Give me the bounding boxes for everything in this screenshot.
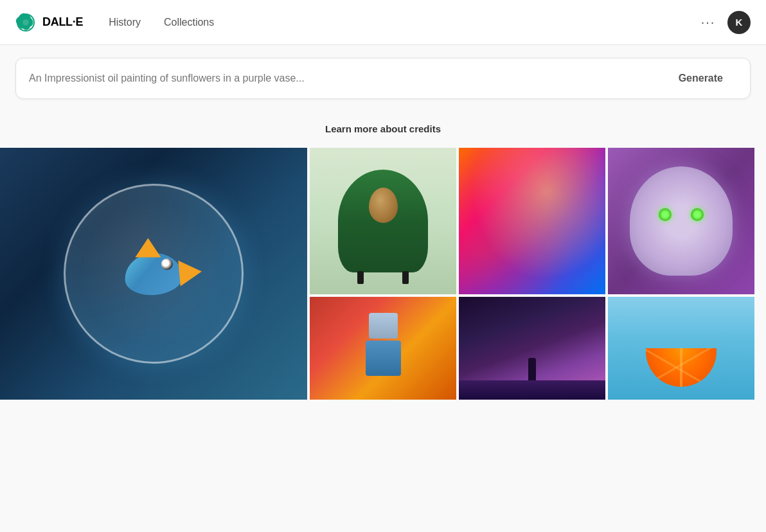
search-area: Generate bbox=[0, 45, 766, 105]
silhouette-ground bbox=[459, 380, 605, 400]
gallery-item-basketball[interactable] bbox=[459, 148, 605, 294]
avatar[interactable]: K bbox=[727, 11, 751, 34]
gallery-item-silhouette[interactable] bbox=[459, 297, 605, 400]
fish-bowl bbox=[64, 184, 244, 364]
robot-head bbox=[369, 313, 398, 339]
header-actions: ··· K bbox=[697, 11, 751, 34]
credits-link[interactable]: Learn more about credits bbox=[325, 123, 441, 134]
orange-image bbox=[608, 297, 754, 400]
creature-eye-right bbox=[691, 208, 704, 221]
robot-figure bbox=[357, 313, 409, 384]
fish-fin-right bbox=[178, 258, 202, 286]
silhouette-figure bbox=[528, 358, 536, 380]
fluffy-creature-image bbox=[608, 148, 754, 294]
gallery-item-orange[interactable] bbox=[608, 297, 754, 400]
basketball-image bbox=[459, 148, 605, 294]
chair-shape bbox=[338, 170, 428, 272]
main-nav: History Collections bbox=[98, 12, 697, 33]
prompt-input[interactable] bbox=[29, 73, 664, 84]
gallery-item-robot[interactable] bbox=[310, 297, 456, 400]
fish-eye bbox=[161, 258, 174, 270]
logo[interactable]: DALL·E bbox=[15, 12, 83, 33]
search-box: Generate bbox=[15, 58, 751, 99]
creature-eyes bbox=[659, 208, 704, 221]
fish-image bbox=[0, 148, 307, 400]
chair-legs bbox=[357, 271, 409, 284]
robot-image bbox=[310, 297, 456, 400]
avocado-chair-image bbox=[310, 148, 456, 294]
gallery-item-fluffy-creature[interactable] bbox=[608, 148, 754, 294]
gallery-grid bbox=[0, 148, 766, 402]
orange-segments bbox=[646, 348, 717, 387]
creature-body bbox=[630, 166, 733, 276]
chair-leg-left bbox=[357, 271, 364, 284]
chair-leg-right bbox=[402, 271, 409, 284]
main-content bbox=[0, 148, 766, 402]
nav-collections[interactable]: Collections bbox=[154, 12, 224, 33]
avocado-pit bbox=[369, 188, 398, 223]
fish-fin-top bbox=[135, 238, 161, 257]
header: DALL·E History Collections ··· K bbox=[0, 0, 766, 45]
app-title: DALL·E bbox=[42, 15, 83, 29]
more-options-button[interactable]: ··· bbox=[697, 11, 720, 34]
generate-button[interactable]: Generate bbox=[664, 66, 737, 91]
credits-section: Learn more about credits bbox=[0, 105, 766, 148]
basketball-overlay bbox=[459, 148, 605, 294]
openai-icon bbox=[15, 12, 36, 33]
orange-half bbox=[646, 348, 717, 387]
silhouette-image bbox=[459, 297, 605, 400]
creature-eye-left bbox=[659, 208, 672, 221]
robot-torso bbox=[366, 341, 401, 376]
gallery-item-avocado-chair[interactable] bbox=[310, 148, 456, 294]
gallery-item-fish[interactable] bbox=[0, 148, 307, 400]
fish-body bbox=[123, 251, 184, 297]
nav-history[interactable]: History bbox=[98, 12, 151, 33]
